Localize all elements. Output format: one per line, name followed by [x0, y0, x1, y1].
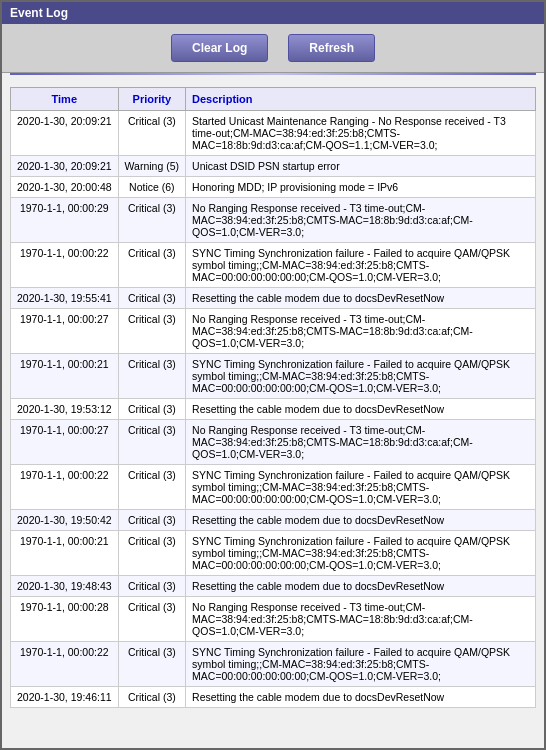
cell-priority: Critical (3) [118, 576, 185, 597]
cell-time: 2020-1-30, 19:46:11 [11, 687, 119, 708]
event-log-window: Event Log Clear Log Refresh Time Priorit… [0, 0, 546, 750]
table-row: 2020-1-30, 20:09:21Warning (5)Unicast DS… [11, 156, 536, 177]
cell-time: 2020-1-30, 20:09:21 [11, 156, 119, 177]
toolbar: Clear Log Refresh [2, 24, 544, 73]
table-row: 1970-1-1, 00:00:22Critical (3)SYNC Timin… [11, 642, 536, 687]
cell-description: Resetting the cable modem due to docsDev… [186, 687, 536, 708]
cell-description: No Ranging Response received - T3 time-o… [186, 420, 536, 465]
table-row: 2020-1-30, 19:48:43Critical (3)Resetting… [11, 576, 536, 597]
header-priority: Priority [118, 88, 185, 111]
cell-description: Resetting the cable modem due to docsDev… [186, 576, 536, 597]
cell-priority: Critical (3) [118, 288, 185, 309]
cell-priority: Critical (3) [118, 111, 185, 156]
cell-time: 1970-1-1, 00:00:22 [11, 243, 119, 288]
table-row: 1970-1-1, 00:00:21Critical (3)SYNC Timin… [11, 354, 536, 399]
cell-time: 1970-1-1, 00:00:22 [11, 465, 119, 510]
cell-priority: Critical (3) [118, 597, 185, 642]
cell-description: SYNC Timing Synchronization failure - Fa… [186, 243, 536, 288]
cell-description: SYNC Timing Synchronization failure - Fa… [186, 642, 536, 687]
table-row: 2020-1-30, 20:00:48Notice (6)Honoring MD… [11, 177, 536, 198]
cell-description: No Ranging Response received - T3 time-o… [186, 597, 536, 642]
cell-time: 1970-1-1, 00:00:21 [11, 531, 119, 576]
clear-log-button[interactable]: Clear Log [171, 34, 268, 62]
cell-time: 1970-1-1, 00:00:21 [11, 354, 119, 399]
divider [10, 73, 536, 75]
cell-time: 2020-1-30, 19:53:12 [11, 399, 119, 420]
cell-priority: Critical (3) [118, 399, 185, 420]
event-table: Time Priority Description 2020-1-30, 20:… [10, 87, 536, 708]
cell-priority: Critical (3) [118, 687, 185, 708]
cell-time: 2020-1-30, 19:48:43 [11, 576, 119, 597]
table-body: 2020-1-30, 20:09:21Critical (3)Started U… [11, 111, 536, 708]
cell-description: Resetting the cable modem due to docsDev… [186, 510, 536, 531]
cell-priority: Critical (3) [118, 198, 185, 243]
cell-description: Honoring MDD; IP provisioning mode = IPv… [186, 177, 536, 198]
event-table-container: Time Priority Description 2020-1-30, 20:… [2, 79, 544, 716]
cell-description: Started Unicast Maintenance Ranging - No… [186, 111, 536, 156]
table-row: 2020-1-30, 19:50:42Critical (3)Resetting… [11, 510, 536, 531]
table-row: 1970-1-1, 00:00:21Critical (3)SYNC Timin… [11, 531, 536, 576]
table-row: 1970-1-1, 00:00:28Critical (3)No Ranging… [11, 597, 536, 642]
cell-description: SYNC Timing Synchronization failure - Fa… [186, 531, 536, 576]
table-header-row: Time Priority Description [11, 88, 536, 111]
cell-priority: Critical (3) [118, 354, 185, 399]
table-row: 1970-1-1, 00:00:27Critical (3)No Ranging… [11, 309, 536, 354]
cell-priority: Warning (5) [118, 156, 185, 177]
table-row: 1970-1-1, 00:00:29Critical (3)No Ranging… [11, 198, 536, 243]
cell-time: 2020-1-30, 20:09:21 [11, 111, 119, 156]
cell-time: 1970-1-1, 00:00:22 [11, 642, 119, 687]
header-time: Time [11, 88, 119, 111]
refresh-button[interactable]: Refresh [288, 34, 375, 62]
cell-time: 1970-1-1, 00:00:27 [11, 309, 119, 354]
cell-time: 1970-1-1, 00:00:28 [11, 597, 119, 642]
cell-description: Resetting the cable modem due to docsDev… [186, 288, 536, 309]
cell-priority: Critical (3) [118, 531, 185, 576]
cell-description: No Ranging Response received - T3 time-o… [186, 198, 536, 243]
cell-description: SYNC Timing Synchronization failure - Fa… [186, 354, 536, 399]
cell-time: 1970-1-1, 00:00:29 [11, 198, 119, 243]
cell-priority: Critical (3) [118, 420, 185, 465]
table-row: 2020-1-30, 19:46:11Critical (3)Resetting… [11, 687, 536, 708]
table-row: 2020-1-30, 19:55:41Critical (3)Resetting… [11, 288, 536, 309]
table-row: 2020-1-30, 20:09:21Critical (3)Started U… [11, 111, 536, 156]
header-description: Description [186, 88, 536, 111]
cell-time: 2020-1-30, 19:50:42 [11, 510, 119, 531]
table-row: 1970-1-1, 00:00:22Critical (3)SYNC Timin… [11, 243, 536, 288]
cell-priority: Critical (3) [118, 465, 185, 510]
cell-time: 2020-1-30, 20:00:48 [11, 177, 119, 198]
cell-description: No Ranging Response received - T3 time-o… [186, 309, 536, 354]
title-bar: Event Log [2, 2, 544, 24]
cell-description: SYNC Timing Synchronization failure - Fa… [186, 465, 536, 510]
cell-time: 2020-1-30, 19:55:41 [11, 288, 119, 309]
cell-priority: Critical (3) [118, 309, 185, 354]
table-row: 1970-1-1, 00:00:22Critical (3)SYNC Timin… [11, 465, 536, 510]
cell-priority: Critical (3) [118, 510, 185, 531]
cell-description: Resetting the cable modem due to docsDev… [186, 399, 536, 420]
table-row: 1970-1-1, 00:00:27Critical (3)No Ranging… [11, 420, 536, 465]
cell-description: Unicast DSID PSN startup error [186, 156, 536, 177]
cell-priority: Critical (3) [118, 243, 185, 288]
table-row: 2020-1-30, 19:53:12Critical (3)Resetting… [11, 399, 536, 420]
window-title: Event Log [10, 6, 68, 20]
cell-time: 1970-1-1, 00:00:27 [11, 420, 119, 465]
cell-priority: Notice (6) [118, 177, 185, 198]
cell-priority: Critical (3) [118, 642, 185, 687]
